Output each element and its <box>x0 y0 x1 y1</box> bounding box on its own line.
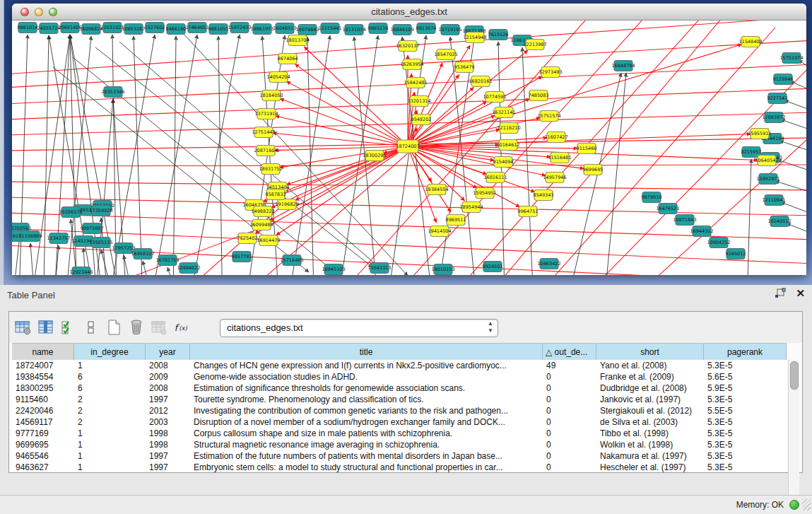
table-row[interactable]: 2242004622012Investigating the contribut… <box>12 405 787 416</box>
resize-grip[interactable] <box>802 499 811 510</box>
table-rows-icon[interactable] <box>83 319 100 336</box>
graph-node[interactable]: 11156869 <box>18 231 42 242</box>
graph-node[interactable]: 17464651 <box>185 23 208 33</box>
graph-node[interactable]: 16944312 <box>690 226 713 237</box>
graph-node[interactable]: 14957946 <box>543 173 566 183</box>
graph-node[interactable]: 9964751 <box>518 206 539 217</box>
graph-node[interactable]: 9699695 <box>583 165 604 175</box>
graph-node[interactable]: 18131074 <box>342 25 365 35</box>
graph-node[interactable]: 12154948 <box>463 33 486 43</box>
graph-node[interactable]: 9245012 <box>726 249 746 259</box>
graph-node[interactable]: 90975887 <box>80 223 103 234</box>
graph-node[interactable]: 10653287 <box>122 24 145 35</box>
graph-node[interactable]: 8969511 <box>446 215 466 226</box>
function-builder-icon[interactable]: f(x) <box>173 319 190 336</box>
graph-node[interactable]: 15751574 <box>537 111 560 122</box>
graph-node[interactable]: 7485083 <box>529 90 549 101</box>
graph-node[interactable]: 15954951 <box>473 188 496 199</box>
graph-node[interactable]: 10904252 <box>707 238 730 248</box>
graph-node[interactable]: 8587833 <box>266 189 286 200</box>
graph-node[interactable]: 12973493 <box>539 67 562 78</box>
graph-node[interactable]: 15716485 <box>280 255 303 266</box>
graph-node[interactable]: 20206576 <box>59 207 82 218</box>
graph-node[interactable]: 16046513 <box>273 23 296 34</box>
graph-node[interactable]: 19074643 <box>295 25 319 35</box>
graph-node[interactable]: 18954944 <box>459 202 483 213</box>
graph-node[interactable]: 9154094 <box>493 157 514 168</box>
graph-node[interactable]: 10994022 <box>177 263 200 274</box>
graph-node[interactable]: 20691406 <box>58 23 81 33</box>
graph-node[interactable]: 14054204 <box>266 72 290 83</box>
close-panel-icon[interactable]: ✕ <box>796 288 805 299</box>
graph-node[interactable]: 9548202 <box>411 115 432 125</box>
table-mode-icon[interactable] <box>15 319 32 336</box>
graph-node[interactable]: 13505135 <box>89 238 112 248</box>
graph-node[interactable]: 15842481 <box>404 78 427 88</box>
graph-node[interactable]: 9679919 <box>642 192 662 203</box>
graph-node[interactable]: 12116210 <box>497 123 520 134</box>
float-panel-icon[interactable] <box>775 288 786 299</box>
graph-node[interactable]: 8549343 <box>534 190 554 201</box>
graph-node[interactable]: 16846109 <box>390 25 413 35</box>
column-visibility-icon[interactable] <box>37 319 54 336</box>
graph-node[interactable]: 16263954 <box>400 59 423 70</box>
graph-node[interactable]: 10463422 <box>537 259 560 269</box>
graph-node[interactable]: 20353346 <box>101 87 124 98</box>
graph-node[interactable]: 18547025 <box>434 49 457 60</box>
graph-node[interactable]: 9115460 <box>577 144 597 154</box>
network-canvas[interactable]: 9861014240557242069140616096824220310211… <box>12 21 806 275</box>
table-row[interactable]: 969969511998Structural magnetic resonanc… <box>12 439 787 450</box>
graph-node[interactable]: 15972433 <box>228 23 251 33</box>
graph-node[interactable]: 19861973 <box>250 24 273 35</box>
graph-node[interactable]: 12342757 <box>47 233 70 244</box>
graph-node[interactable]: 16648784 <box>611 61 635 71</box>
graph-node[interactable]: 12110641 <box>762 195 785 206</box>
new-column-icon[interactable] <box>105 319 122 336</box>
graph-node[interactable]: 9227343 <box>767 93 788 104</box>
graph-node[interactable]: 10240512 <box>767 216 791 227</box>
graph-node[interactable]: 22031021 <box>100 23 124 33</box>
graph-hub-node[interactable]: 18724007 <box>396 140 419 153</box>
graph-node[interactable]: 10774591 <box>483 92 506 103</box>
table-row[interactable]: 977716911998Corpus callosum shape and si… <box>12 428 787 439</box>
graph-node[interactable]: 15955911 <box>748 129 771 139</box>
graph-node[interactable]: 7625402 <box>237 233 258 244</box>
table-row[interactable]: 1830029562008Estimation of significance … <box>12 382 787 394</box>
graph-node[interactable]: 16945103 <box>322 264 345 275</box>
graph-node[interactable]: 13731914 <box>254 109 278 119</box>
graph-node[interactable]: 16816111 <box>483 173 507 183</box>
graph-node[interactable]: 12751443 <box>252 127 275 138</box>
graph-node[interactable]: 9924501 <box>483 262 503 272</box>
graph-node[interactable]: 8466160 <box>166 24 187 35</box>
network-table-select[interactable]: citations_edges.txt ▲▼ <box>220 319 498 337</box>
network-window[interactable]: citations_edges.txt 98610142405572420691… <box>12 4 806 275</box>
table-vscroll-thumb[interactable] <box>790 361 799 390</box>
row-selection-icon[interactable] <box>60 319 77 336</box>
graph-node[interactable]: 12923446 <box>69 267 93 276</box>
graph-node[interactable]: 11548408 <box>739 37 762 47</box>
graph-node[interactable]: 14988222 <box>251 206 274 217</box>
table-vscrollbar[interactable] <box>788 360 799 502</box>
graph-node[interactable]: 18300295 <box>363 151 386 161</box>
graph-node[interactable]: 17359928 <box>89 206 112 216</box>
graph-node[interactable]: 19414504 <box>428 226 451 237</box>
column-header-year[interactable]: year <box>146 344 190 361</box>
table-row[interactable]: 946554611997Estimation of the future num… <box>12 450 787 462</box>
column-header-name[interactable]: name <box>12 344 74 361</box>
graph-node[interactable]: 16320137 <box>396 41 419 52</box>
graph-node[interactable]: 10871843 <box>673 215 696 226</box>
graph-node[interactable]: 9665216 <box>368 23 389 34</box>
table-row[interactable]: 946362711997Embryonic stem cells: a mode… <box>12 462 787 472</box>
graph-node[interactable]: 12215441 <box>318 23 341 34</box>
column-header-in-degree[interactable]: in_degree <box>74 344 146 361</box>
column-header-short[interactable]: short <box>596 344 704 361</box>
graph-node[interactable]: 18931752 <box>259 164 282 175</box>
graph-node[interactable]: 13201314 <box>407 96 430 107</box>
graph-node[interactable]: 9861051 <box>208 24 229 35</box>
graph-node[interactable]: 9857791 <box>232 252 252 262</box>
graph-node[interactable]: 24055724 <box>37 23 60 34</box>
table-row[interactable]: 1938455462009Genome-wide association stu… <box>12 371 787 382</box>
graph-node[interactable]: 19196829 <box>275 199 298 210</box>
graph-node[interactable]: 18013704 <box>286 35 309 46</box>
table-row[interactable]: 911546021997Tourette syndrome. Phenomeno… <box>12 394 787 405</box>
